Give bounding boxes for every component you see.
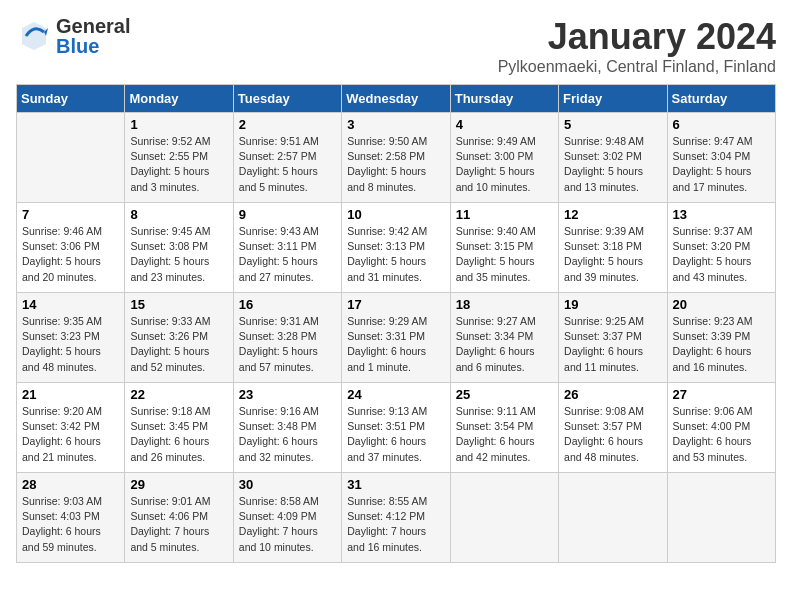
calendar-cell: 21Sunrise: 9:20 AM Sunset: 3:42 PM Dayli… — [17, 383, 125, 473]
day-number: 18 — [456, 297, 553, 312]
day-detail: Sunrise: 9:16 AM Sunset: 3:48 PM Dayligh… — [239, 404, 336, 465]
week-row-3: 14Sunrise: 9:35 AM Sunset: 3:23 PM Dayli… — [17, 293, 776, 383]
calendar-cell: 23Sunrise: 9:16 AM Sunset: 3:48 PM Dayli… — [233, 383, 341, 473]
calendar-cell: 17Sunrise: 9:29 AM Sunset: 3:31 PM Dayli… — [342, 293, 450, 383]
calendar-cell — [450, 473, 558, 563]
day-number: 16 — [239, 297, 336, 312]
day-number: 7 — [22, 207, 119, 222]
day-detail: Sunrise: 9:29 AM Sunset: 3:31 PM Dayligh… — [347, 314, 444, 375]
day-number: 6 — [673, 117, 770, 132]
location-subtitle: Pylkoenmaeki, Central Finland, Finland — [498, 58, 776, 76]
day-detail: Sunrise: 9:51 AM Sunset: 2:57 PM Dayligh… — [239, 134, 336, 195]
week-row-2: 7Sunrise: 9:46 AM Sunset: 3:06 PM Daylig… — [17, 203, 776, 293]
day-detail: Sunrise: 9:47 AM Sunset: 3:04 PM Dayligh… — [673, 134, 770, 195]
day-number: 23 — [239, 387, 336, 402]
week-row-5: 28Sunrise: 9:03 AM Sunset: 4:03 PM Dayli… — [17, 473, 776, 563]
calendar-cell: 31Sunrise: 8:55 AM Sunset: 4:12 PM Dayli… — [342, 473, 450, 563]
day-number: 3 — [347, 117, 444, 132]
week-row-1: 1Sunrise: 9:52 AM Sunset: 2:55 PM Daylig… — [17, 113, 776, 203]
day-detail: Sunrise: 9:31 AM Sunset: 3:28 PM Dayligh… — [239, 314, 336, 375]
day-header-sunday: Sunday — [17, 85, 125, 113]
day-number: 11 — [456, 207, 553, 222]
calendar-cell: 11Sunrise: 9:40 AM Sunset: 3:15 PM Dayli… — [450, 203, 558, 293]
logo-general: General — [56, 16, 130, 36]
calendar-cell: 16Sunrise: 9:31 AM Sunset: 3:28 PM Dayli… — [233, 293, 341, 383]
day-number: 4 — [456, 117, 553, 132]
day-detail: Sunrise: 9:01 AM Sunset: 4:06 PM Dayligh… — [130, 494, 227, 555]
day-header-wednesday: Wednesday — [342, 85, 450, 113]
day-detail: Sunrise: 9:46 AM Sunset: 3:06 PM Dayligh… — [22, 224, 119, 285]
calendar-cell: 20Sunrise: 9:23 AM Sunset: 3:39 PM Dayli… — [667, 293, 775, 383]
day-detail: Sunrise: 9:39 AM Sunset: 3:18 PM Dayligh… — [564, 224, 661, 285]
calendar-cell: 24Sunrise: 9:13 AM Sunset: 3:51 PM Dayli… — [342, 383, 450, 473]
day-number: 10 — [347, 207, 444, 222]
calendar-cell: 8Sunrise: 9:45 AM Sunset: 3:08 PM Daylig… — [125, 203, 233, 293]
day-header-saturday: Saturday — [667, 85, 775, 113]
day-number: 17 — [347, 297, 444, 312]
day-detail: Sunrise: 9:50 AM Sunset: 2:58 PM Dayligh… — [347, 134, 444, 195]
day-detail: Sunrise: 9:03 AM Sunset: 4:03 PM Dayligh… — [22, 494, 119, 555]
calendar-cell: 7Sunrise: 9:46 AM Sunset: 3:06 PM Daylig… — [17, 203, 125, 293]
day-detail: Sunrise: 8:58 AM Sunset: 4:09 PM Dayligh… — [239, 494, 336, 555]
week-row-4: 21Sunrise: 9:20 AM Sunset: 3:42 PM Dayli… — [17, 383, 776, 473]
day-number: 2 — [239, 117, 336, 132]
day-header-friday: Friday — [559, 85, 667, 113]
day-detail: Sunrise: 9:42 AM Sunset: 3:13 PM Dayligh… — [347, 224, 444, 285]
calendar-table: SundayMondayTuesdayWednesdayThursdayFrid… — [16, 84, 776, 563]
day-number: 22 — [130, 387, 227, 402]
day-number: 19 — [564, 297, 661, 312]
day-number: 20 — [673, 297, 770, 312]
calendar-cell: 22Sunrise: 9:18 AM Sunset: 3:45 PM Dayli… — [125, 383, 233, 473]
day-number: 28 — [22, 477, 119, 492]
day-number: 29 — [130, 477, 227, 492]
day-number: 26 — [564, 387, 661, 402]
day-header-thursday: Thursday — [450, 85, 558, 113]
day-detail: Sunrise: 9:13 AM Sunset: 3:51 PM Dayligh… — [347, 404, 444, 465]
day-detail: Sunrise: 9:48 AM Sunset: 3:02 PM Dayligh… — [564, 134, 661, 195]
calendar-cell: 30Sunrise: 8:58 AM Sunset: 4:09 PM Dayli… — [233, 473, 341, 563]
calendar-cell: 5Sunrise: 9:48 AM Sunset: 3:02 PM Daylig… — [559, 113, 667, 203]
calendar-cell: 3Sunrise: 9:50 AM Sunset: 2:58 PM Daylig… — [342, 113, 450, 203]
day-number: 12 — [564, 207, 661, 222]
calendar-cell: 6Sunrise: 9:47 AM Sunset: 3:04 PM Daylig… — [667, 113, 775, 203]
day-detail: Sunrise: 9:52 AM Sunset: 2:55 PM Dayligh… — [130, 134, 227, 195]
day-detail: Sunrise: 9:35 AM Sunset: 3:23 PM Dayligh… — [22, 314, 119, 375]
logo-text: General Blue — [56, 16, 130, 56]
calendar-cell: 15Sunrise: 9:33 AM Sunset: 3:26 PM Dayli… — [125, 293, 233, 383]
title-block: January 2024 Pylkoenmaeki, Central Finla… — [498, 16, 776, 76]
day-number: 14 — [22, 297, 119, 312]
calendar-cell — [667, 473, 775, 563]
month-title: January 2024 — [498, 16, 776, 58]
day-detail: Sunrise: 9:49 AM Sunset: 3:00 PM Dayligh… — [456, 134, 553, 195]
calendar-cell — [17, 113, 125, 203]
day-header-monday: Monday — [125, 85, 233, 113]
calendar-cell: 19Sunrise: 9:25 AM Sunset: 3:37 PM Dayli… — [559, 293, 667, 383]
calendar-cell — [559, 473, 667, 563]
calendar-cell: 13Sunrise: 9:37 AM Sunset: 3:20 PM Dayli… — [667, 203, 775, 293]
day-number: 13 — [673, 207, 770, 222]
calendar-cell: 9Sunrise: 9:43 AM Sunset: 3:11 PM Daylig… — [233, 203, 341, 293]
day-number: 24 — [347, 387, 444, 402]
calendar-cell: 28Sunrise: 9:03 AM Sunset: 4:03 PM Dayli… — [17, 473, 125, 563]
day-number: 27 — [673, 387, 770, 402]
day-number: 30 — [239, 477, 336, 492]
calendar-cell: 25Sunrise: 9:11 AM Sunset: 3:54 PM Dayli… — [450, 383, 558, 473]
logo: General Blue — [16, 16, 130, 56]
calendar-cell: 14Sunrise: 9:35 AM Sunset: 3:23 PM Dayli… — [17, 293, 125, 383]
day-detail: Sunrise: 9:23 AM Sunset: 3:39 PM Dayligh… — [673, 314, 770, 375]
day-detail: Sunrise: 9:06 AM Sunset: 4:00 PM Dayligh… — [673, 404, 770, 465]
day-detail: Sunrise: 9:20 AM Sunset: 3:42 PM Dayligh… — [22, 404, 119, 465]
day-header-tuesday: Tuesday — [233, 85, 341, 113]
calendar-header: SundayMondayTuesdayWednesdayThursdayFrid… — [17, 85, 776, 113]
day-number: 25 — [456, 387, 553, 402]
logo-blue: Blue — [56, 36, 130, 56]
day-detail: Sunrise: 9:08 AM Sunset: 3:57 PM Dayligh… — [564, 404, 661, 465]
page-header: General Blue January 2024 Pylkoenmaeki, … — [16, 16, 776, 76]
calendar-cell: 2Sunrise: 9:51 AM Sunset: 2:57 PM Daylig… — [233, 113, 341, 203]
day-detail: Sunrise: 9:45 AM Sunset: 3:08 PM Dayligh… — [130, 224, 227, 285]
day-number: 21 — [22, 387, 119, 402]
calendar-cell: 27Sunrise: 9:06 AM Sunset: 4:00 PM Dayli… — [667, 383, 775, 473]
calendar-cell: 29Sunrise: 9:01 AM Sunset: 4:06 PM Dayli… — [125, 473, 233, 563]
day-detail: Sunrise: 9:18 AM Sunset: 3:45 PM Dayligh… — [130, 404, 227, 465]
day-number: 15 — [130, 297, 227, 312]
